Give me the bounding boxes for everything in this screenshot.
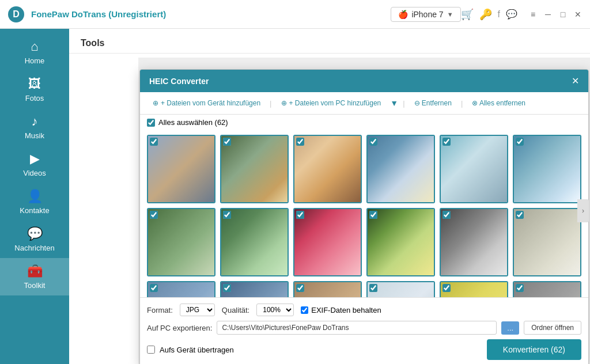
photo-thumbnail <box>221 136 288 202</box>
facebook-icon[interactable]: f <box>498 9 500 20</box>
photo-checkbox[interactable] <box>369 138 377 146</box>
photo-checkbox[interactable] <box>296 284 304 292</box>
photo-thumbnail <box>148 209 214 275</box>
close-button[interactable]: ✕ <box>573 9 583 20</box>
photo-checkbox[interactable] <box>516 138 524 146</box>
sidebar-item-videos[interactable]: ▶ Videos <box>0 146 69 183</box>
photo-grid <box>140 130 588 297</box>
list-item[interactable] <box>513 281 581 297</box>
add-from-pc-dropdown[interactable]: ▼ <box>389 98 399 108</box>
list-item[interactable] <box>440 281 508 297</box>
photo-checkbox[interactable] <box>296 138 304 146</box>
svg-text:D: D <box>13 9 20 19</box>
photo-checkbox[interactable] <box>223 138 231 146</box>
add-from-pc-button[interactable]: ⊕ + Dateien vom PC hinzufügen <box>275 97 387 109</box>
list-item[interactable] <box>147 135 215 203</box>
cart-icon[interactable]: 🛒 <box>461 8 474 21</box>
upload-row: Aufs Gerät übertragen Konvertieren (62) <box>147 339 581 360</box>
list-item[interactable] <box>440 208 508 276</box>
list-item[interactable] <box>440 135 508 203</box>
sidebar-item-label: Musik <box>25 131 44 140</box>
sidebar-item-kontakte[interactable]: 👤 Kontakte <box>0 183 69 221</box>
photo-thumbnail <box>294 282 361 297</box>
modal-title: HEIC Converter <box>149 77 209 86</box>
sidebar-item-musik[interactable]: ♪ Musik <box>0 108 69 146</box>
upload-label: Aufs Gerät übertragen <box>160 346 234 354</box>
sidebar-item-home[interactable]: ⌂ Home <box>0 33 69 71</box>
toolkit-icon: 🧰 <box>27 264 43 279</box>
photo-thumbnail <box>441 282 507 297</box>
export-path-input[interactable] <box>217 321 497 335</box>
list-item[interactable] <box>220 135 289 203</box>
device-selector[interactable]: 🍎 iPhone 7 ▼ <box>391 7 460 22</box>
photo-checkbox[interactable] <box>150 138 158 146</box>
key-icon[interactable]: 🔑 <box>479 8 492 21</box>
photos-icon: 🖼 <box>28 77 41 92</box>
list-item[interactable] <box>366 135 435 203</box>
open-folder-button[interactable]: Ordner öffnen <box>524 321 581 335</box>
list-item[interactable] <box>220 208 289 276</box>
main-area: ⌂ Home 🖼 Fotos ♪ Musik ▶ Videos 👤 Kontak… <box>0 29 590 364</box>
remove-button[interactable]: ⊖ Entfernen <box>409 97 457 109</box>
photo-checkbox[interactable] <box>150 284 158 292</box>
list-item[interactable] <box>293 208 362 276</box>
list-item[interactable] <box>220 281 289 297</box>
exif-checkbox[interactable] <box>301 306 308 314</box>
select-all-checkbox[interactable] <box>147 119 155 127</box>
photo-thumbnail <box>221 282 288 297</box>
photo-thumbnail <box>514 209 580 275</box>
list-item[interactable] <box>147 208 215 276</box>
menu-icon[interactable]: ≡ <box>528 9 538 20</box>
photo-checkbox[interactable] <box>442 284 451 292</box>
modal-header: HEIC Converter ✕ <box>140 70 588 92</box>
remove-all-button[interactable]: ⊗ Alles entfernen <box>466 97 531 109</box>
list-item[interactable] <box>513 135 581 203</box>
sidebar-item-fotos[interactable]: 🖼 Fotos <box>0 71 69 108</box>
chat-icon[interactable]: 💬 <box>506 9 517 20</box>
list-item[interactable] <box>366 281 435 297</box>
upload-checkbox[interactable] <box>147 346 155 354</box>
scroll-right-arrow[interactable]: › <box>577 199 589 222</box>
photo-thumbnail <box>368 209 434 275</box>
photo-checkbox[interactable] <box>296 211 304 219</box>
photo-checkbox[interactable] <box>223 284 231 292</box>
sidebar-item-toolkit[interactable]: 🧰 Toolkit <box>0 258 69 295</box>
list-item[interactable] <box>513 208 581 276</box>
contacts-icon: 👤 <box>27 189 43 204</box>
separator2: | <box>403 99 404 108</box>
photo-checkbox[interactable] <box>150 211 158 219</box>
messages-icon: 💬 <box>27 226 43 241</box>
sidebar-item-label: Toolkit <box>24 281 46 290</box>
heic-converter-modal: HEIC Converter ✕ ⊕ + Dateien vom Gerät h… <box>139 69 589 364</box>
photo-checkbox[interactable] <box>369 284 377 292</box>
photo-checkbox[interactable] <box>442 138 451 146</box>
modal-close-button[interactable]: ✕ <box>572 75 579 86</box>
modal-bottom: Format: JPG PNG Qualität: 100% 90% 80% <box>140 297 588 364</box>
list-item[interactable] <box>147 281 215 297</box>
sidebar-item-label: Kontakte <box>20 206 49 215</box>
sidebar: ⌂ Home 🖼 Fotos ♪ Musik ▶ Videos 👤 Kontak… <box>0 29 69 364</box>
photo-checkbox[interactable] <box>516 284 524 292</box>
photo-grid-container <box>140 130 588 297</box>
list-item[interactable] <box>366 208 435 276</box>
quality-select[interactable]: 100% 90% 80% <box>256 304 294 316</box>
photo-checkbox[interactable] <box>223 211 231 219</box>
separator3: | <box>461 99 463 108</box>
format-select[interactable]: JPG PNG <box>180 304 215 316</box>
minimize-button[interactable]: ─ <box>543 9 553 20</box>
photo-checkbox[interactable] <box>369 211 377 219</box>
add-from-device-button[interactable]: ⊕ + Dateien vom Gerät hinzufügen <box>147 97 266 109</box>
convert-button[interactable]: Konvertieren (62) <box>487 339 581 360</box>
modal-toolbar: ⊕ + Dateien vom Gerät hinzufügen | ⊕ + D… <box>140 92 588 115</box>
plus-device-icon: ⊕ <box>153 99 158 107</box>
sidebar-item-nachrichten[interactable]: 💬 Nachrichten <box>0 221 69 258</box>
list-item[interactable] <box>293 281 362 297</box>
browse-button[interactable]: ... <box>501 321 519 335</box>
exif-check-label[interactable]: EXIF-Daten behalten <box>301 306 381 314</box>
sidebar-item-label: Home <box>25 56 45 65</box>
maximize-button[interactable]: □ <box>558 9 568 20</box>
photo-checkbox[interactable] <box>442 211 451 219</box>
photo-checkbox[interactable] <box>516 211 524 219</box>
quality-label: Qualität: <box>222 306 249 314</box>
list-item[interactable] <box>293 135 362 203</box>
